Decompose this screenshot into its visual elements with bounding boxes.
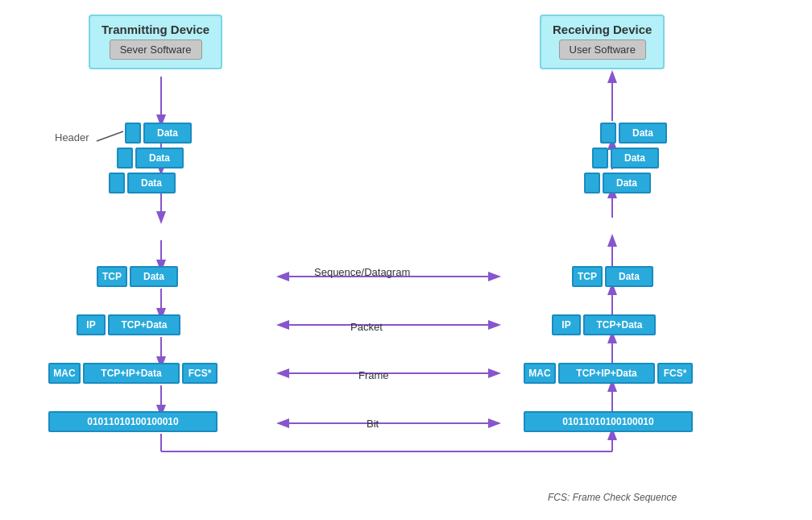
transmitting-device-box: Tranmitting Device Sever Software [89, 15, 222, 69]
frame-label: Frame [358, 369, 389, 381]
arrows-svg [0, 0, 812, 520]
bit-label: Bit [367, 418, 379, 430]
left-mac-block: MAC [48, 363, 81, 384]
right-macdata-block: TCP+IP+Data [558, 363, 655, 384]
left-macdata-block: TCP+IP+Data [83, 363, 180, 384]
right-tcp-block: TCP [572, 266, 603, 287]
right-data-block1: Data [619, 123, 667, 144]
diagram-container: Tranmitting Device Sever Software Receiv… [0, 0, 812, 520]
left-data-block3: Data [127, 173, 176, 193]
left-bits-block: 01011010100100010 [48, 411, 218, 432]
right-tcpdata-data-block: Data [605, 266, 653, 287]
right-ip-block: IP [552, 314, 581, 335]
right-data-block3: Data [603, 173, 651, 193]
left-header-block1 [125, 123, 141, 144]
right-header-block1 [600, 123, 616, 144]
receiving-device-title: Receiving Device [553, 23, 652, 36]
receiving-device-box: Receiving Device User Software [540, 15, 665, 69]
right-data-block2: Data [611, 148, 659, 168]
header-label: Header [55, 131, 89, 144]
receiving-software-label: User Software [559, 40, 646, 60]
transmitting-software-label: Sever Software [110, 40, 202, 60]
right-header-block2 [592, 148, 608, 168]
left-tcpdata-data-block: Data [130, 266, 178, 287]
left-data-block1: Data [143, 123, 192, 144]
left-ip-block: IP [77, 314, 106, 335]
transmitting-device-title: Tranmitting Device [102, 23, 209, 36]
left-ipdata-block: TCP+Data [108, 314, 180, 335]
right-fcs-block: FCS* [657, 363, 693, 384]
right-mac-block: MAC [524, 363, 556, 384]
fcs-note: FCS: Frame Check Sequence [548, 492, 677, 503]
left-header-block2 [117, 148, 133, 168]
right-bits-block: 01011010100100010 [524, 411, 693, 432]
left-data-block2: Data [135, 148, 184, 168]
right-header-block3 [584, 173, 600, 193]
left-header-block3 [109, 173, 125, 193]
left-tcp-block: TCP [97, 266, 127, 287]
svg-line-27 [97, 131, 123, 141]
left-fcs-block: FCS* [182, 363, 218, 384]
sequence-label: Sequence/Datagram [314, 266, 410, 278]
right-ipdata-block: TCP+Data [583, 314, 656, 335]
packet-label: Packet [350, 321, 383, 333]
